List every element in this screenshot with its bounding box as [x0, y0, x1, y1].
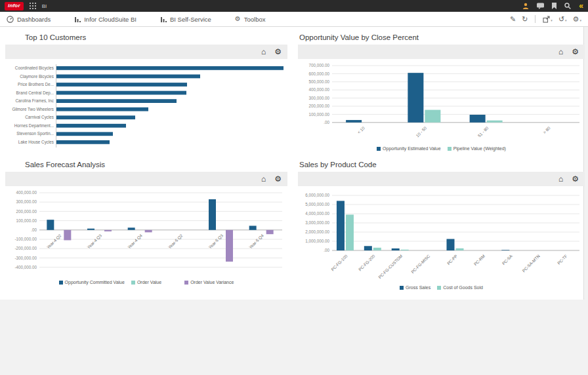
svg-text:Lake House Cycles: Lake House Cycles	[18, 140, 54, 145]
svg-text:10 - 50: 10 - 50	[415, 125, 427, 138]
svg-text:100,000.00: 100,000.00	[16, 218, 37, 223]
svg-text:2,000,000.00: 2,000,000.00	[305, 229, 329, 234]
edit-icon[interactable]: ✎	[510, 16, 516, 23]
nav-item-label: BI Self-Service	[170, 16, 211, 23]
panel-top-10-customers: Top 10 Customers ⌂ ⚙ Coordinated Bicycle…	[5, 31, 287, 153]
svg-text:> 80: > 80	[542, 125, 551, 134]
dashboard-grid: Top 10 Customers ⌂ ⚙ Coordinated Bicycle…	[5, 31, 583, 292]
nav-item-label: Toolbox	[244, 16, 266, 23]
home-icon[interactable]: ⌂	[558, 175, 563, 183]
svg-text:< 10: < 10	[356, 125, 366, 134]
panel-sales-forecast-analysis: Sales Forecast Analysis ⌂ ⚙ 400,000.0030…	[5, 158, 287, 292]
svg-text:500,000.00: 500,000.00	[308, 79, 329, 84]
undo-history-icon[interactable]: ↺▾	[558, 16, 567, 23]
svg-text:Gilmore Two Wheelers: Gilmore Two Wheelers	[12, 107, 54, 111]
bookmark-icon[interactable]	[552, 3, 556, 9]
home-icon[interactable]: ⌂	[261, 175, 266, 183]
gear-icon[interactable]: ⚙	[274, 175, 282, 183]
home-icon[interactable]: ⌂	[558, 48, 563, 56]
panel-toolbar: ⌂ ⚙	[298, 45, 585, 59]
collapse-panel-icon[interactable]: «	[579, 2, 583, 10]
gauge-icon	[7, 16, 14, 23]
app-grid-icon[interactable]	[30, 3, 36, 9]
app-label: BI	[42, 3, 47, 9]
svg-text:PC-FG-MISC: PC-FG-MISC	[410, 253, 431, 274]
sales-by-product-code-chart: 6,000,000.005,000,000.004,000,000.003,00…	[298, 189, 585, 281]
svg-text:200,000.00: 200,000.00	[16, 209, 37, 214]
svg-text:51 - 80: 51 - 80	[477, 125, 490, 138]
infor-logo[interactable]: infor	[5, 2, 24, 10]
svg-text:-300,000.00: -300,000.00	[14, 256, 37, 260]
svg-text:3,000,000.00: 3,000,000.00	[305, 220, 329, 225]
panel-title: Opportunity Value by Close Percent	[298, 31, 585, 45]
caret-down-icon: ▾	[551, 19, 553, 22]
share-icon[interactable]: ▾	[543, 16, 553, 23]
home-icon[interactable]: ⌂	[261, 48, 266, 56]
chart-legend: Gross SalesCost of Goods Sold	[298, 283, 585, 292]
svg-text:4,000,000.00: 4,000,000.00	[305, 211, 329, 216]
chart-container: 6,000,000.005,000,000.004,000,000.003,00…	[298, 186, 585, 292]
gear-icon[interactable]: ⚙	[572, 175, 579, 183]
sales-forecast-chart: 400,000.00300,000.00200,000.00100,000.00…	[5, 189, 287, 275]
chart-legend: Opportunity Committed ValueOrder ValueOr…	[5, 278, 287, 286]
svg-text:400,000.00: 400,000.00	[16, 190, 37, 195]
svg-text:Carnival Cycles: Carnival Cycles	[25, 115, 54, 120]
svg-text:Year-4 Q3: Year-4 Q3	[86, 233, 103, 250]
chart-container: Coordinated BicyclesClaymore BicyclesPri…	[5, 59, 287, 152]
legend-swatch	[377, 147, 381, 151]
divider	[535, 15, 536, 23]
svg-text:Year-4 Q4: Year-4 Q4	[127, 233, 144, 250]
svg-text:PC-FG-CUSTOM: PC-FG-CUSTOM	[377, 254, 403, 279]
settings-gear-icon[interactable]: ⚙▾	[573, 16, 581, 23]
refresh-icon[interactable]: ↻	[522, 16, 528, 23]
svg-text:Hornes Department...: Hornes Department...	[14, 123, 54, 128]
legend-swatch	[184, 281, 188, 285]
svg-text:300,000.00: 300,000.00	[308, 96, 329, 100]
svg-text:Year-4 Q2: Year-4 Q2	[45, 233, 62, 250]
svg-text:-100,000.00: -100,000.00	[14, 237, 37, 241]
nav-item-infor-cloudsuite-bi[interactable]: Infor CloudSuite BI	[74, 16, 136, 23]
nav-item-dashboards[interactable]: Dashboards	[7, 16, 51, 23]
topbar-right-icons: «	[522, 2, 583, 10]
gear-icon[interactable]: ⚙	[572, 48, 579, 56]
bar-chart-icon	[74, 16, 81, 22]
dashboard-area: Top 10 Customers ⌂ ⚙ Coordinated Bicycle…	[0, 27, 584, 300]
svg-text:Year-5 Q2: Year-5 Q2	[167, 233, 184, 250]
panel-toolbar: ⌂ ⚙	[5, 45, 287, 59]
search-icon[interactable]	[564, 3, 571, 9]
caret-down-icon: ▾	[565, 19, 567, 22]
user-icon[interactable]	[522, 3, 529, 9]
top-app-bar: infor BI «	[0, 0, 588, 12]
svg-text:.00: .00	[31, 227, 37, 232]
legend-item: Pipeline Value (Weighted)	[448, 146, 506, 151]
svg-text:PC-FG-100: PC-FG-100	[330, 253, 348, 271]
legend-item: Cost of Goods Sold	[437, 285, 483, 290]
panel-toolbar: ⌂ ⚙	[5, 172, 287, 186]
nav-item-label: Dashboards	[17, 16, 51, 23]
nav-item-toolbox[interactable]: ⚙ Toolbox	[235, 16, 266, 23]
svg-text:PC-SA: PC-SA	[501, 253, 513, 266]
legend-swatch	[400, 286, 404, 290]
svg-text:.00: .00	[324, 248, 329, 252]
caret-down-icon: ▾	[579, 19, 581, 22]
nav-item-bi-self-service[interactable]: BI Self-Service	[160, 16, 211, 23]
svg-text:PC-RM: PC-RM	[473, 254, 486, 267]
panel-title: Sales Forecast Analysis	[5, 158, 287, 172]
legend-item: Order Value Variance	[184, 280, 234, 285]
svg-text:5,000,000.00: 5,000,000.00	[305, 202, 329, 207]
svg-text:PC-PP: PC-PP	[446, 254, 459, 266]
svg-text:1,000,000.00: 1,000,000.00	[305, 239, 329, 243]
svg-text:400,000.00: 400,000.00	[308, 87, 329, 92]
svg-text:Claymore Bicycles: Claymore Bicycles	[20, 74, 54, 79]
svg-text:Coordinated Bicycles: Coordinated Bicycles	[15, 66, 54, 71]
panel-sales-by-product-code: Sales by Product Code ⌂ ⚙ 6,000,000.005,…	[298, 158, 585, 292]
nav-action-icons: ✎ ↻ ▾ ↺▾ ⚙▾	[510, 15, 581, 23]
legend-swatch	[59, 281, 63, 285]
gear-icon[interactable]: ⚙	[274, 48, 282, 56]
opportunity-value-chart: 700,000.00600,000.00500,000.00400,000.00…	[298, 62, 585, 142]
svg-text:PC-TF: PC-TF	[556, 254, 568, 266]
svg-text:-400,000.00: -400,000.00	[14, 265, 37, 269]
message-icon[interactable]	[537, 3, 544, 9]
svg-text:Year-5 Q3: Year-5 Q3	[207, 233, 224, 250]
legend-item: Opportunity Estimated Value	[377, 146, 441, 151]
